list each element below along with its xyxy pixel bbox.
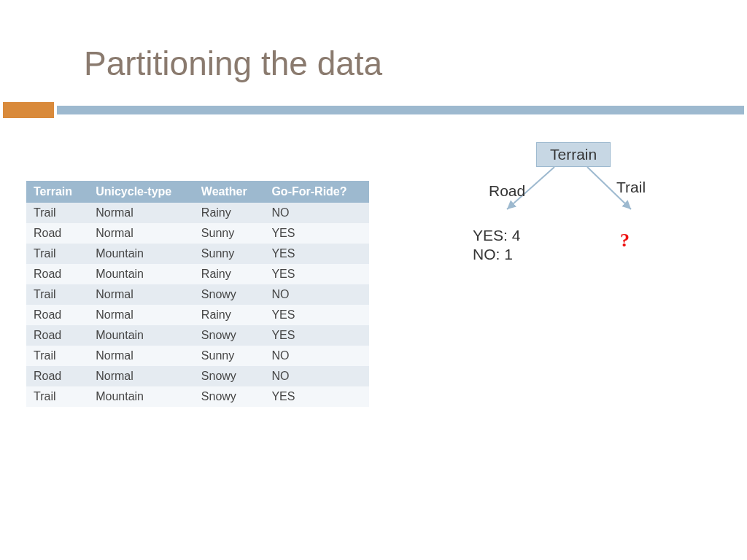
- data-table: Terrain Unicycle-type Weather Go-For-Rid…: [26, 181, 369, 407]
- divider-bar: [57, 106, 744, 114]
- table-cell: NO: [264, 346, 369, 366]
- table-cell: Normal: [88, 284, 194, 305]
- table-row: TrailNormalRainyNO: [26, 203, 369, 223]
- table-cell: Sunny: [194, 223, 265, 244]
- table-row: TrailMountainSnowyYES: [26, 386, 369, 407]
- leaf-left: YES: 4 NO: 1: [473, 226, 520, 265]
- col-header: Weather: [194, 181, 265, 203]
- table-row: RoadNormalRainyYES: [26, 305, 369, 325]
- table-cell: YES: [264, 325, 369, 346]
- table-row: RoadNormalSunnyYES: [26, 223, 369, 244]
- table-cell: Snowy: [194, 325, 265, 346]
- table-cell: Road: [26, 366, 88, 386]
- table-cell: Rainy: [194, 264, 265, 284]
- leaf-right: ?: [620, 230, 630, 252]
- table-cell: Snowy: [194, 366, 265, 386]
- table-cell: Trail: [26, 244, 88, 264]
- leaf-left-line1: YES: 4: [473, 227, 520, 244]
- table-cell: Snowy: [194, 284, 265, 305]
- col-header: Go-For-Ride?: [264, 181, 369, 203]
- table-cell: YES: [264, 264, 369, 284]
- table-cell: Road: [26, 325, 88, 346]
- table-cell: Road: [26, 264, 88, 284]
- table-cell: Sunny: [194, 346, 265, 366]
- table-cell: Trail: [26, 346, 88, 366]
- leaf-left-line2: NO: 1: [473, 246, 513, 262]
- table-cell: Mountain: [88, 325, 194, 346]
- table-cell: Road: [26, 305, 88, 325]
- table-cell: Mountain: [88, 264, 194, 284]
- col-header: Unicycle-type: [88, 181, 194, 203]
- table-cell: Trail: [26, 284, 88, 305]
- table-cell: YES: [264, 305, 369, 325]
- table-cell: YES: [264, 386, 369, 407]
- table-cell: NO: [264, 203, 369, 223]
- table-cell: NO: [264, 284, 369, 305]
- decision-tree: Terrain Road Trail YES: 4 NO: 1 ?: [467, 142, 715, 288]
- table-cell: Normal: [88, 346, 194, 366]
- table-row: TrailNormalSnowyNO: [26, 284, 369, 305]
- col-header: Terrain: [26, 181, 88, 203]
- table-row: TrailNormalSunnyNO: [26, 346, 369, 366]
- edge-label-right: Trail: [616, 179, 646, 196]
- table-cell: Rainy: [194, 305, 265, 325]
- table-cell: NO: [264, 366, 369, 386]
- table-cell: Road: [26, 223, 88, 244]
- table-cell: Trail: [26, 203, 88, 223]
- slide-title: Partitioning the data: [84, 44, 382, 83]
- table-row: TrailMountainSunnyYES: [26, 244, 369, 264]
- table-header-row: Terrain Unicycle-type Weather Go-For-Rid…: [26, 181, 369, 203]
- table-cell: Normal: [88, 366, 194, 386]
- table-row: RoadMountainSnowyYES: [26, 325, 369, 346]
- table-row: RoadMountainRainyYES: [26, 264, 369, 284]
- accent-block: [3, 102, 54, 118]
- table-cell: Mountain: [88, 386, 194, 407]
- table-cell: Rainy: [194, 203, 265, 223]
- table-row: RoadNormalSnowyNO: [26, 366, 369, 386]
- table-cell: Normal: [88, 203, 194, 223]
- table-cell: Sunny: [194, 244, 265, 264]
- table-cell: Trail: [26, 386, 88, 407]
- edge-label-left: Road: [489, 182, 525, 200]
- table-cell: YES: [264, 244, 369, 264]
- table-cell: Snowy: [194, 386, 265, 407]
- table-cell: Mountain: [88, 244, 194, 264]
- table-cell: Normal: [88, 223, 194, 244]
- tree-root: Terrain: [536, 142, 611, 167]
- table-cell: YES: [264, 223, 369, 244]
- table-cell: Normal: [88, 305, 194, 325]
